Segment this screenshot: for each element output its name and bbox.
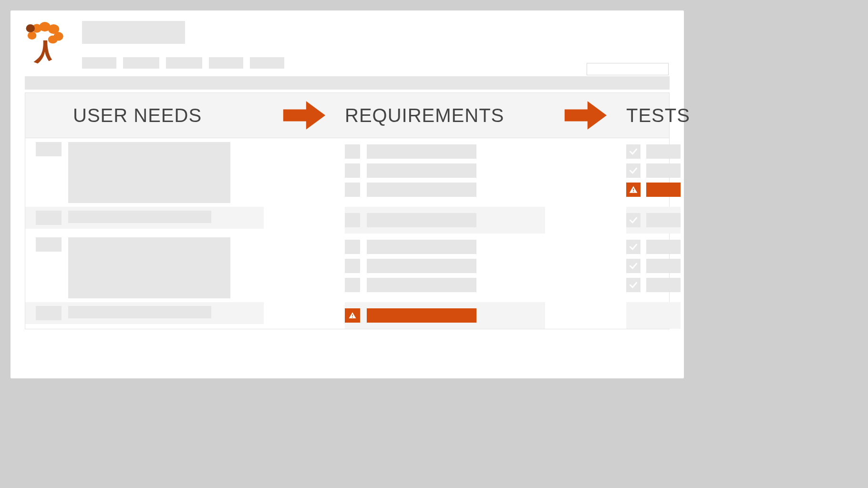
- svg-rect-9: [352, 315, 353, 316]
- requirement-id-placeholder: [345, 259, 360, 273]
- tree-logo: [25, 17, 65, 69]
- requirement-body-placeholder: [367, 278, 476, 292]
- requirement-id-placeholder: [345, 144, 360, 159]
- svg-point-5: [28, 31, 36, 40]
- check-icon: [626, 259, 641, 273]
- nav-item[interactable]: [166, 57, 202, 69]
- column-user-needs: USER NEEDS: [25, 105, 264, 126]
- trace-matrix: USER NEEDS REQUIREMENTS TESTS: [25, 92, 670, 329]
- svg-rect-10: [352, 317, 353, 318]
- requirement-id-placeholder: [345, 240, 360, 254]
- toolbar-placeholder: [25, 76, 670, 90]
- arrow-right-icon: [545, 99, 626, 132]
- test-item[interactable]: [626, 237, 681, 256]
- requirement-item[interactable]: [345, 275, 545, 295]
- test-body-placeholder: [646, 278, 681, 292]
- warning-triangle-icon: [626, 183, 641, 197]
- nav-item[interactable]: [209, 57, 243, 69]
- user-need-id-placeholder: [36, 211, 62, 225]
- user-need-item[interactable]: [25, 207, 264, 229]
- requirement-item[interactable]: [345, 180, 545, 199]
- search-input[interactable]: [587, 63, 669, 75]
- check-icon: [626, 278, 641, 292]
- requirement-item[interactable]: [345, 256, 545, 275]
- requirement-body-placeholder: [367, 259, 476, 273]
- requirement-id-placeholder: [345, 183, 360, 197]
- app-frame: USER NEEDS REQUIREMENTS TESTS: [10, 10, 684, 378]
- requirement-id-placeholder: [345, 278, 360, 292]
- requirement-body-placeholder: [367, 308, 476, 323]
- user-need-body-placeholder: [68, 237, 230, 298]
- nav-item[interactable]: [250, 57, 284, 69]
- test-item[interactable]: [626, 275, 681, 295]
- requirement-item[interactable]: [345, 211, 545, 230]
- svg-rect-8: [633, 191, 634, 192]
- test-body-placeholder: [646, 259, 681, 273]
- check-icon: [626, 213, 641, 227]
- check-icon: [626, 144, 641, 159]
- svg-rect-7: [633, 189, 634, 191]
- user-need-id-placeholder: [36, 237, 62, 252]
- user-need-item[interactable]: [25, 302, 264, 324]
- nav-item[interactable]: [82, 57, 116, 69]
- user-need-body-placeholder: [68, 211, 211, 223]
- check-icon: [626, 163, 641, 178]
- user-need-body-placeholder: [68, 306, 211, 318]
- requirement-body-placeholder: [367, 240, 476, 254]
- arrow-right-icon: [264, 99, 345, 132]
- svg-point-6: [26, 24, 35, 32]
- header-content: [82, 17, 670, 69]
- requirement-item[interactable]: [345, 237, 545, 256]
- requirement-item[interactable]: [345, 161, 545, 180]
- check-icon: [626, 240, 641, 254]
- warning-triangle-icon: [345, 308, 360, 323]
- column-tests: TESTS: [626, 105, 690, 126]
- requirement-body-placeholder: [367, 144, 476, 159]
- test-body-placeholder: [646, 183, 681, 197]
- svg-point-3: [48, 36, 58, 44]
- header: [25, 17, 670, 69]
- test-item[interactable]: [626, 142, 681, 161]
- test-item[interactable]: [626, 211, 681, 230]
- user-need-item[interactable]: [25, 138, 264, 207]
- requirement-id-placeholder: [345, 163, 360, 178]
- test-body-placeholder: [646, 144, 681, 159]
- test-item[interactable]: [626, 161, 681, 180]
- user-need-id-placeholder: [36, 306, 62, 320]
- column-headers: USER NEEDS REQUIREMENTS TESTS: [25, 93, 669, 138]
- requirement-item[interactable]: [345, 142, 545, 161]
- test-item[interactable]: [626, 180, 681, 199]
- nav-row: [82, 57, 670, 69]
- test-body-placeholder: [646, 213, 681, 227]
- user-need-body-placeholder: [68, 142, 230, 203]
- test-body-placeholder: [646, 240, 681, 254]
- requirement-body-placeholder: [367, 213, 476, 227]
- nav-item[interactable]: [123, 57, 159, 69]
- page-title-placeholder: [82, 21, 185, 44]
- requirement-body-placeholder: [367, 183, 476, 197]
- requirement-body-placeholder: [367, 163, 476, 178]
- requirement-item[interactable]: [345, 306, 545, 325]
- user-need-item[interactable]: [25, 234, 264, 302]
- column-requirements: REQUIREMENTS: [345, 105, 545, 126]
- test-body-placeholder: [646, 163, 681, 178]
- user-need-id-placeholder: [36, 142, 62, 156]
- requirement-id-placeholder: [345, 213, 360, 227]
- test-item[interactable]: [626, 256, 681, 275]
